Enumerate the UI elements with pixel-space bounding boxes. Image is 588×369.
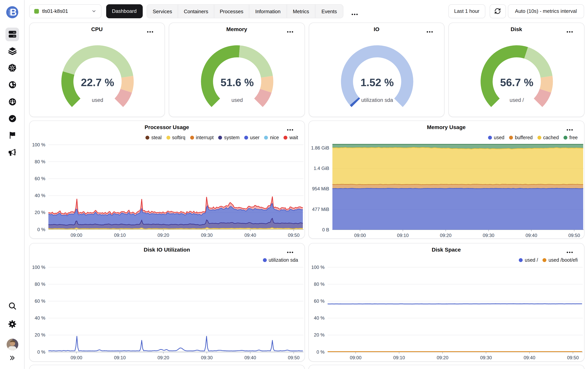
svg-text:22.7 %: 22.7 % — [81, 76, 114, 88]
svg-text:20 %: 20 % — [34, 210, 45, 215]
svg-text:used /: used / — [510, 97, 524, 103]
svg-text:1.52 %: 1.52 % — [360, 76, 393, 88]
svg-text:1.4 GiB: 1.4 GiB — [313, 166, 329, 171]
svg-text:09:30: 09:30 — [201, 232, 212, 237]
svg-text:0 %: 0 % — [316, 349, 324, 355]
svg-text:09:00: 09:00 — [350, 355, 361, 360]
svg-text:09:40: 09:40 — [244, 232, 256, 237]
svg-text:09:50: 09:50 — [288, 232, 299, 237]
svg-text:60 %: 60 % — [314, 298, 324, 304]
svg-text:09:10: 09:10 — [114, 355, 125, 360]
svg-text:09:50: 09:50 — [567, 355, 578, 360]
svg-text:954 MiB: 954 MiB — [312, 186, 329, 191]
svg-text:09:40: 09:40 — [525, 233, 537, 238]
svg-text:60 %: 60 % — [34, 298, 45, 304]
svg-text:40 %: 40 % — [34, 315, 45, 321]
svg-text:09:10: 09:10 — [397, 233, 409, 238]
svg-text:80 %: 80 % — [314, 282, 324, 287]
svg-text:09:40: 09:40 — [524, 355, 535, 360]
svg-text:60 %: 60 % — [34, 176, 45, 181]
svg-text:477 MiB: 477 MiB — [312, 206, 329, 212]
svg-text:09:50: 09:50 — [288, 355, 299, 360]
svg-text:used: used — [231, 97, 243, 103]
svg-text:09:10: 09:10 — [114, 232, 125, 237]
svg-text:40 %: 40 % — [34, 193, 45, 198]
svg-text:1.86 GiB: 1.86 GiB — [311, 145, 329, 151]
svg-text:used: used — [92, 97, 103, 103]
svg-text:0 %: 0 % — [37, 227, 45, 232]
svg-text:100 %: 100 % — [32, 142, 45, 147]
svg-text:09:10: 09:10 — [393, 355, 405, 360]
svg-text:09:30: 09:30 — [482, 233, 494, 238]
svg-text:09:20: 09:20 — [440, 233, 451, 238]
svg-text:0 B: 0 B — [322, 227, 329, 232]
svg-text:09:20: 09:20 — [157, 232, 169, 237]
svg-text:80 %: 80 % — [34, 159, 45, 164]
svg-text:09:50: 09:50 — [568, 233, 580, 238]
svg-text:09:20: 09:20 — [157, 355, 169, 360]
svg-text:09:40: 09:40 — [244, 355, 256, 360]
svg-text:0 %: 0 % — [37, 349, 45, 355]
svg-text:utilization sda: utilization sda — [361, 97, 393, 103]
svg-text:09:30: 09:30 — [480, 355, 492, 360]
svg-text:09:20: 09:20 — [436, 355, 448, 360]
svg-text:09:00: 09:00 — [70, 232, 82, 237]
svg-text:40 %: 40 % — [314, 315, 324, 321]
svg-text:09:00: 09:00 — [354, 233, 366, 238]
svg-text:20 %: 20 % — [34, 332, 45, 338]
svg-text:56.7 %: 56.7 % — [500, 76, 533, 88]
svg-text:100 %: 100 % — [32, 265, 45, 270]
svg-text:09:30: 09:30 — [201, 355, 212, 360]
svg-text:51.6 %: 51.6 % — [220, 76, 254, 88]
svg-text:20 %: 20 % — [314, 332, 324, 338]
svg-text:80 %: 80 % — [34, 282, 45, 287]
svg-text:09:00: 09:00 — [70, 355, 82, 360]
svg-text:100 %: 100 % — [311, 265, 324, 270]
